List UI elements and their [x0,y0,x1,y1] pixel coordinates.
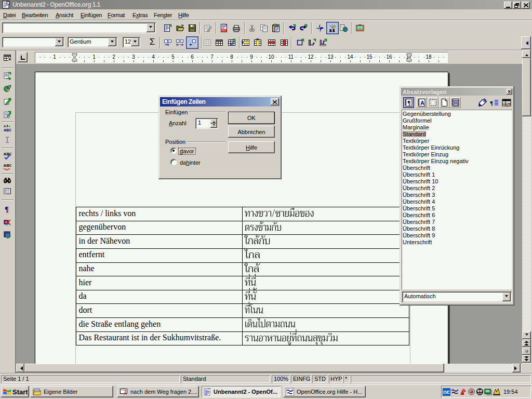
svg-text:A: A [420,100,424,106]
svg-text:¶: ¶ [5,206,9,214]
svg-text:PDF: PDF [221,29,227,32]
svg-text:¶: ¶ [407,99,410,107]
svg-text:ABC: ABC [4,163,12,168]
svg-text:ABC: ABC [4,128,11,132]
svg-text:A: A [4,125,6,128]
svg-text:¶: ¶ [490,100,493,106]
svg-text:ABC: ABC [4,152,12,156]
